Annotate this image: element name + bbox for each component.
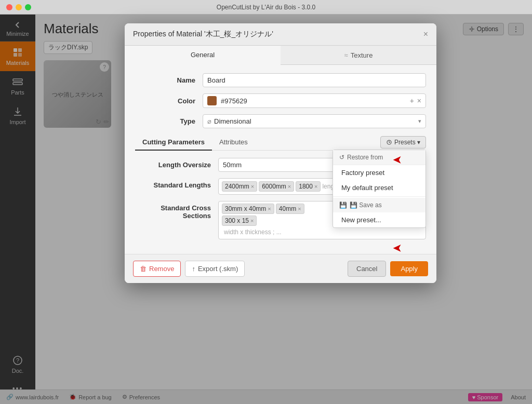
save-as-label: 💾 Save as — [350, 201, 382, 209]
type-chevron-icon: ▾ — [418, 118, 421, 125]
tag-1800: 1800 × — [296, 181, 321, 192]
sub-tab-cutting-params[interactable]: Cutting Parameters — [135, 134, 212, 151]
tag-2400mm: 2400mm × — [222, 181, 257, 192]
export-icon: ↑ — [192, 265, 195, 273]
type-icon: ⌀ — [207, 117, 211, 125]
title-bar: OpenCutList by L'Air du Bois - 3.0.0 — [0, 0, 532, 15]
tab-general-label: General — [191, 51, 215, 59]
new-preset-label: New preset... — [341, 216, 381, 224]
color-label: Color — [135, 97, 203, 105]
traffic-lights — [6, 4, 31, 10]
type-label: Type — [135, 117, 203, 125]
modal-tabs: General ≈ Texture — [125, 46, 436, 65]
new-preset-item[interactable]: New preset... — [333, 212, 425, 227]
modal-header: Properties of Material '木工_桜_オリジナル' × — [125, 23, 436, 46]
sub-tab-cutting-label: Cutting Parameters — [142, 138, 205, 146]
name-label: Name — [135, 76, 203, 84]
tab-texture-label: Texture — [351, 51, 373, 59]
tag-40mm-remove[interactable]: × — [298, 206, 301, 212]
my-default-preset-label: My default preset — [341, 184, 393, 192]
restore-from-label: Restore from — [347, 154, 383, 161]
dropdown-divider — [333, 196, 425, 197]
tag-300x15: 300 x 15 × — [222, 216, 257, 226]
tab-general[interactable]: General — [125, 46, 281, 65]
tag-6000mm: 6000mm × — [259, 181, 294, 192]
presets-button-label: Presets ▾ — [394, 139, 420, 146]
texture-icon: ≈ — [344, 51, 348, 59]
trash-icon: 🗑 — [140, 265, 147, 273]
color-swatch[interactable] — [207, 96, 217, 105]
arrow-new-preset-indicator: ➤ — [393, 241, 402, 255]
content-area: Materials Options ⋮ ラ — [35, 15, 532, 404]
presets-button[interactable]: Presets ▾ — [380, 136, 426, 149]
minimize-button[interactable] — [16, 4, 22, 10]
color-actions: + × — [410, 97, 421, 105]
type-row: Type ⌀ Dimensional ▾ — [135, 114, 426, 128]
arrow-presets-indicator: ➤ — [393, 153, 402, 167]
maximize-button[interactable] — [25, 4, 31, 10]
tag-300x15-remove[interactable]: × — [250, 218, 254, 224]
presets-icon — [386, 139, 392, 145]
sub-tab-attributes-label: Attributes — [219, 138, 248, 146]
modal-close-button[interactable]: × — [423, 30, 428, 38]
presets-container: Presets ▾ ↺ Restore from Factory preset — [380, 136, 426, 149]
standard-cross-sections-label: Standard Cross Sections — [135, 201, 218, 220]
tag-1800-remove[interactable]: × — [314, 183, 317, 190]
color-input-wrap: #975629 + × — [203, 93, 426, 108]
modal-dialog: Properties of Material '木工_桜_オリジナル' × Ge… — [125, 23, 436, 283]
tab-texture[interactable]: ≈ Texture — [281, 46, 436, 64]
cancel-button[interactable]: Cancel — [348, 261, 386, 277]
type-value: ⌀ Dimensional — [207, 117, 251, 125]
remove-button[interactable]: 🗑 Remove — [133, 261, 181, 277]
name-row: Name — [135, 73, 426, 87]
name-input[interactable] — [203, 73, 426, 87]
factory-preset-item[interactable]: Factory preset — [333, 165, 425, 180]
modal-title: Properties of Material '木工_桜_オリジナル' — [133, 30, 273, 39]
modal-footer: 🗑 Remove ↑ Export (.skm) Cancel Apply — [125, 254, 436, 283]
type-input-wrap[interactable]: ⌀ Dimensional ▾ — [203, 114, 426, 128]
close-button[interactable] — [6, 4, 12, 10]
tag-2400mm-remove[interactable]: × — [251, 183, 254, 190]
save-as-header: 💾 💾 Save as — [333, 198, 425, 212]
save-icon: 💾 — [339, 201, 347, 209]
factory-preset-label: Factory preset — [341, 169, 384, 177]
export-label: Export (.skm) — [198, 265, 238, 273]
color-value: #975629 — [221, 97, 406, 105]
tag-40mm: 40mm × — [276, 204, 304, 214]
tag-30x40: 30mm x 40mm × — [222, 204, 274, 214]
length-oversize-label: Length Oversize — [135, 158, 218, 169]
add-color-button[interactable]: + — [410, 97, 414, 105]
restore-icon: ↺ — [339, 154, 344, 161]
my-default-preset-item[interactable]: My default preset — [333, 180, 425, 195]
remove-color-button[interactable]: × — [417, 97, 421, 105]
presets-dropdown: ↺ Restore from Factory preset My default… — [332, 150, 426, 228]
color-row: Color #975629 + × — [135, 93, 426, 108]
tag-30x40-remove[interactable]: × — [268, 206, 271, 212]
remove-label: Remove — [149, 265, 174, 273]
export-button[interactable]: ↑ Export (.skm) — [185, 261, 245, 277]
sub-tab-attributes[interactable]: Attributes — [212, 134, 255, 151]
window-title: OpenCutList by L'Air du Bois - 3.0.0 — [217, 4, 315, 11]
app-layout: Minimize Materials Parts Import — [0, 15, 532, 404]
modal-body: Name Color #975629 + × — [125, 65, 436, 254]
restore-from-header: ↺ Restore from — [333, 150, 425, 165]
tag-6000mm-remove[interactable]: × — [288, 183, 291, 190]
standard-lengths-label: Standard Lengths — [135, 178, 218, 189]
apply-button[interactable]: Apply — [390, 261, 428, 276]
sub-tabs-row: Cutting Parameters Attributes Preset — [135, 134, 426, 151]
cross-sections-placeholder: width x thickness ; ... — [222, 227, 422, 237]
